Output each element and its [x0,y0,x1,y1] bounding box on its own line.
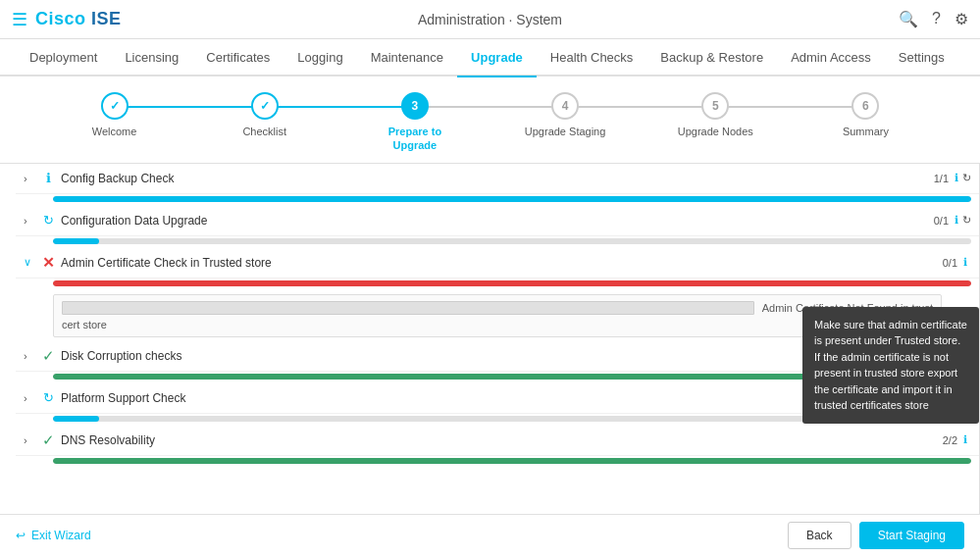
step-label-checklist: Checklist [242,125,286,138]
label-config-data: Configuration Data Upgrade [61,214,934,228]
count-admin-cert: 0/1 [943,257,957,269]
progress-admin-cert [16,279,979,290]
check-row-dns: › ✓ DNS Resolvability 2/2 ℹ [16,426,979,456]
spin-icon-config-data: ↻ [39,212,57,229]
exit-wizard-button[interactable]: ↩ Exit Wizard [16,529,91,542]
info-btn-config-backup[interactable]: ℹ [954,172,958,184]
info-btn-admin-cert[interactable]: ℹ [963,256,967,269]
success-icon-disk: ✓ [39,347,57,365]
back-button[interactable]: Back [788,522,851,549]
exit-arrow-icon: ↩ [16,529,26,542]
step-label-prepare: Prepare toUpgrade [388,125,441,153]
tab-health-checks[interactable]: Health Checks [537,38,647,76]
help-icon[interactable]: ? [932,10,941,28]
step-staging: 4 Upgrade Staging [490,92,641,138]
expand-disk-corruption[interactable]: › [24,350,39,362]
search-icon[interactable]: 🔍 [899,10,918,28]
label-admin-cert: Admin Certificate Check in Trusted store [61,256,943,270]
check-row-config-backup: › ℹ Config Backup Check 1/1 ℹ ↻ [16,164,979,194]
info-btn-config-data[interactable]: ℹ [954,214,958,227]
top-icons: 🔍 ? ⚙ [899,10,968,28]
settings-icon[interactable]: ⚙ [954,10,968,28]
step-checklist: ✓ Checklist [189,92,339,138]
exit-wizard-label: Exit Wizard [31,529,91,542]
reload-config-data[interactable]: ↻ [962,214,971,227]
top-bar: ☰ Cisco ISE Administration · System 🔍 ? … [0,0,980,39]
step-label-staging: Upgrade Staging [525,125,606,138]
tab-admin-access[interactable]: Admin Access [777,38,885,76]
tab-licensing[interactable]: Licensing [111,38,192,76]
bottom-bar: ↩ Exit Wizard Back Start Staging [0,514,980,557]
count-config-backup: 1/1 [934,173,949,184]
info-icon-config-backup: ℹ [39,170,57,187]
check-row-config-data: › ↻ Configuration Data Upgrade 0/1 ℹ ↻ [16,206,979,236]
step-circle-prepare: 3 [401,92,429,120]
sub-row-bar [62,301,754,315]
expand-platform-support[interactable]: › [24,392,39,404]
count-dns: 2/2 [943,434,957,446]
brand-logo: Cisco ISE [35,9,122,29]
count-config-data: 0/1 [934,215,949,227]
step-circle-summary: 6 [851,92,879,120]
expand-dns[interactable]: › [24,434,39,446]
main-content: › ℹ Config Backup Check 1/1 ℹ ↻ › ↻ Conf… [0,164,980,514]
step-circle-welcome: ✓ [101,92,129,120]
step-label-summary: Summary [843,125,889,138]
label-dns: DNS Resolvability [61,433,943,447]
tab-settings[interactable]: Settings [885,38,958,76]
error-icon-admin-cert: ✕ [39,254,57,272]
label-config-backup: Config Backup Check [61,172,934,185]
check-admin-cert: ∨ ✕ Admin Certificate Check in Trusted s… [16,248,979,337]
check-config-data: › ↻ Configuration Data Upgrade 0/1 ℹ ↻ [16,206,979,248]
tab-certificates[interactable]: Certificates [192,38,284,76]
step-label-nodes: Upgrade Nodes [678,125,753,138]
step-welcome: ✓ Welcome [39,92,189,138]
check-config-backup: › ℹ Config Backup Check 1/1 ℹ ↻ [16,164,979,206]
check-dns-resolvability: › ✓ DNS Resolvability 2/2 ℹ [16,426,979,468]
progress-dns [16,456,979,468]
progress-stepper: ✓ Welcome ✓ Checklist 3 Prepare toUpgrad… [0,76,980,164]
page-title: Administration · System [418,12,562,27]
progress-config-data [16,236,979,248]
tab-maintenance[interactable]: Maintenance [357,38,457,76]
menu-icon[interactable]: ☰ [12,9,27,30]
tab-deployment[interactable]: Deployment [16,38,111,76]
expand-config-data[interactable]: › [24,215,39,227]
step-label-welcome: Welcome [92,125,137,138]
start-staging-button[interactable]: Start Staging [859,522,964,549]
tab-upgrade[interactable]: Upgrade [457,38,537,76]
step-circle-checklist: ✓ [251,92,279,120]
progress-config-backup [16,194,979,206]
step-prepare: 3 Prepare toUpgrade [339,92,490,153]
step-summary: 6 Summary [791,92,941,138]
step-circle-nodes: 5 [701,92,729,120]
tab-navigation: Deployment Licensing Certificates Loggin… [0,39,980,76]
checklist-area: › ℹ Config Backup Check 1/1 ℹ ↻ › ↻ Conf… [0,164,980,514]
tab-logging[interactable]: Logging [284,38,356,76]
tooltip-text: Make sure that admin certificate is pres… [814,319,967,412]
tooltip-admin-cert: Make sure that admin certificate is pres… [802,307,979,424]
info-btn-dns[interactable]: ℹ [963,433,967,446]
spin-icon-platform: ↻ [39,389,57,407]
expand-config-backup[interactable]: › [24,173,39,184]
step-nodes: 5 Upgrade Nodes [641,92,791,138]
reload-config-backup[interactable]: ↻ [962,172,971,184]
expand-admin-cert[interactable]: ∨ [24,256,39,269]
bottom-buttons: Back Start Staging [788,522,964,549]
check-rows: › ℹ Config Backup Check 1/1 ℹ ↻ › ↻ Conf… [16,164,979,468]
tab-backup-restore[interactable]: Backup & Restore [646,38,777,76]
check-row-admin-cert: ∨ ✕ Admin Certificate Check in Trusted s… [16,248,979,279]
success-icon-dns: ✓ [39,431,57,449]
step-circle-staging: 4 [551,92,579,120]
